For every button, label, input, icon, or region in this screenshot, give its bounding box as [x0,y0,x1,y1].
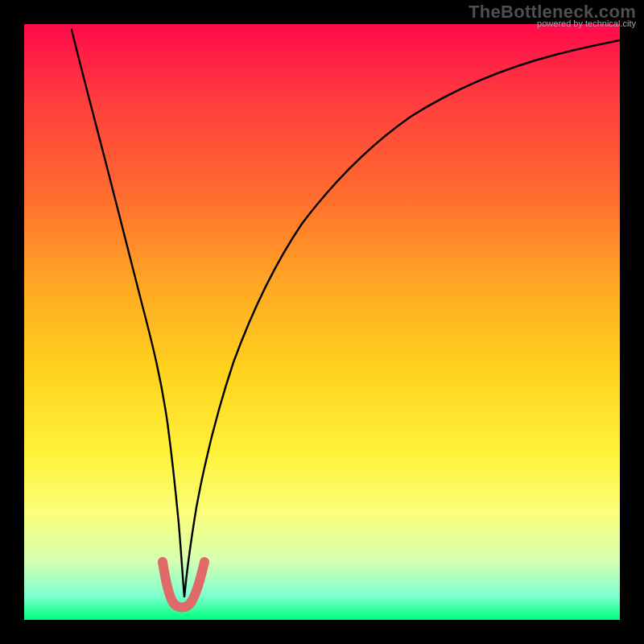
watermark: TheBottleneck.com powered by technical.c… [469,3,636,28]
black-curve [72,30,620,597]
chart-svg [24,24,620,620]
chart-frame: TheBottleneck.com powered by technical.c… [0,0,644,644]
